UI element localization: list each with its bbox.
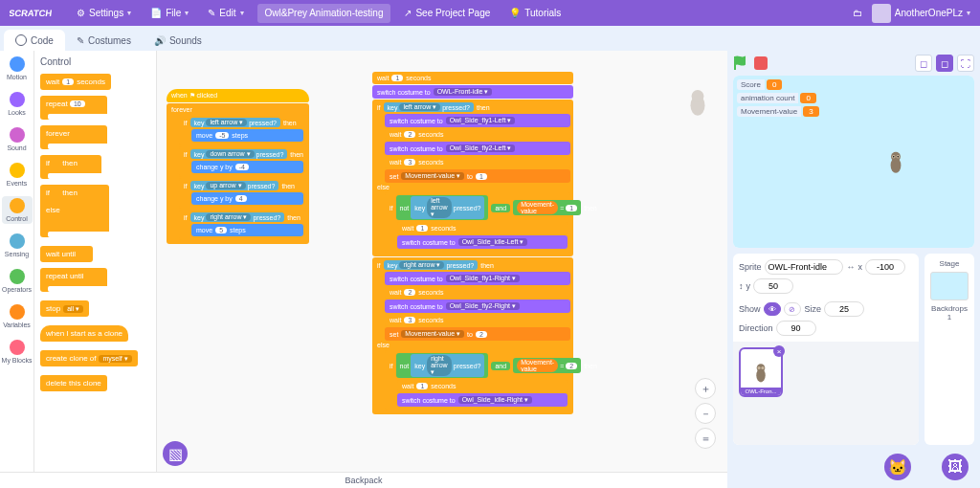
if-left-anim[interactable]: ifkeyleft arrow ▾pressed?then switch cos… [372,100,573,256]
block-create-clone[interactable]: create clone ofmyself ▾ [40,347,156,366]
backpack-bar[interactable]: Backpack [0,472,727,488]
if-down[interactable]: ifkeydown arrow ▾pressed?then change y b… [179,146,306,177]
edit-menu[interactable]: ✎Edit▾ [198,0,253,26]
stage-selector[interactable]: Stage Backdrops 1 [924,254,974,445]
cat-sound[interactable]: Sound [2,125,33,153]
forever-block[interactable]: forever ifkeyleft arrow ▾pressed?then mo… [167,103,309,244]
show-hidden-button[interactable]: ⊘ [784,302,801,316]
image-icon: 🖼 [947,458,963,476]
if-not-right[interactable]: if notkeyright arrow ▾pressed? and Movem… [385,350,570,410]
cat-operators[interactable]: Operators [2,267,33,295]
monitor-movement[interactable]: Movement-value3 [737,106,819,117]
key-pressed-left[interactable]: keyleft arrow ▾pressed? [190,118,280,127]
switch-front[interactable]: switch costume toOWL-Front-idle ▾ [372,85,573,99]
chevron-down-icon: ▾ [240,9,244,17]
code-workspace[interactable]: when ⚑ clicked forever ifkeyleft arrow ▾… [157,51,727,472]
settings-menu[interactable]: ⚙Settings▾ [67,0,141,26]
move-pos5[interactable]: move5steps [191,224,303,236]
project-title[interactable]: Owl&Prey Animation-testing [257,4,391,23]
avatar [872,4,891,23]
file-menu[interactable]: 📄File▾ [141,0,198,26]
add-backdrop-button[interactable]: 🖼 [942,454,969,480]
block-palette[interactable]: Control wait1seconds repeat 10 forever i… [34,51,157,472]
tab-code[interactable]: Code [4,30,65,51]
zoom-reset-button[interactable]: ＝ [695,428,716,449]
hat-flag-clicked[interactable]: when ⚑ clicked [167,89,309,102]
if-right-anim[interactable]: ifkeyright arrow ▾pressed?then switch co… [372,257,573,414]
block-repeat[interactable]: repeat 10 [40,96,156,120]
svg-point-11 [757,366,760,369]
cat-control[interactable]: Control [2,196,33,224]
sound-icon: 🔊 [154,35,166,46]
add-sprite-button[interactable]: 🐱 [884,454,911,480]
key-pressed-right[interactable]: keyright arrow ▾pressed? [190,212,285,222]
block-if[interactable]: if then [40,155,156,179]
green-flag-button[interactable] [733,55,748,71]
zoom-out-button[interactable]: － [695,403,716,424]
cat-variables[interactable]: Variables [2,302,33,330]
sprite-dir-input[interactable] [776,321,816,336]
menu-bar: SCRATCH ⚙Settings▾ 📄File▾ ✎Edit▾ Owl&Pre… [0,0,980,26]
cat-myblocks[interactable]: My Blocks [2,338,33,366]
tutorials-menu[interactable]: 💡Tutorials [500,0,570,26]
wait-1[interactable]: wait1seconds [372,72,573,84]
block-repeat-until[interactable]: repeat until [40,268,156,292]
monitor-score[interactable]: Score0 [737,79,782,90]
if-left[interactable]: ifkeyleft arrow ▾pressed?then move-5step… [179,115,306,145]
sprite-y-input[interactable] [753,278,793,294]
svg-point-8 [898,156,899,157]
delete-sprite-button[interactable]: × [773,345,785,357]
block-clone-hat[interactable]: when I start as a clone [40,322,156,342]
gear-icon: ⚙ [77,8,85,18]
mystuff-button[interactable]: 🗀 [853,8,862,18]
sprite-x-input[interactable] [865,259,905,275]
if-up[interactable]: ifkeyup arrow ▾pressed?then change y by4 [179,178,306,209]
stage-owl-sprite[interactable] [887,150,904,175]
backdrops-count: 1 [947,313,951,322]
pencil-icon: ✎ [208,8,215,18]
key-pressed-down[interactable]: keydown arrow ▾pressed? [190,149,288,159]
zoom-controls: ＋ － ＝ [695,378,716,449]
see-project-page[interactable]: ↗See Project Page [394,0,500,26]
stage-thumb[interactable] [930,272,969,300]
block-stop[interactable]: stopall ▾ [40,298,156,317]
block-if-else[interactable]: if thenelse [40,185,156,237]
tab-sounds[interactable]: 🔊Sounds [143,30,213,51]
code-icon [15,34,27,46]
sprite-name-input[interactable] [765,259,843,275]
monitor-animcount[interactable]: animation count0 [737,93,816,103]
changey-pos[interactable]: change y by4 [191,192,303,205]
stage-small-button[interactable]: ◻ [915,55,932,72]
stage-large-button[interactable]: ◻ [936,55,953,72]
key-pressed-up[interactable]: keyup arrow ▾pressed? [190,181,279,190]
stop-button[interactable] [754,56,768,70]
block-forever[interactable]: forever [40,125,156,149]
add-extension-button[interactable]: ▧ [163,441,188,466]
cat-looks[interactable]: Looks [2,90,33,118]
blocks-icon: ▧ [168,445,183,463]
move-neg5[interactable]: move-5steps [191,129,303,142]
chevron-down-icon: ▾ [127,9,131,17]
changey-neg[interactable]: change y by-4 [191,161,303,173]
stage-canvas[interactable]: Score0 animation count0 Movement-value3 [733,76,974,248]
zoom-in-button[interactable]: ＋ [695,378,716,399]
script-animation[interactable]: wait1seconds switch costume toOWL-Front-… [372,72,573,415]
block-delete-clone[interactable]: delete this clone [40,372,156,391]
cat-motion[interactable]: Motion [2,55,33,82]
cat-events[interactable]: Events [2,161,33,189]
scratch-logo[interactable]: SCRATCH [6,4,61,23]
sprite-size-input[interactable] [824,301,864,317]
block-wait[interactable]: wait1seconds [40,71,156,90]
chevron-down-icon: ▾ [967,9,970,17]
account-menu[interactable]: AnotherOnePLz▾ [872,4,970,23]
cat-sensing[interactable]: Sensing [2,232,33,259]
script-movement[interactable]: when ⚑ clicked forever ifkeyleft arrow ▾… [167,89,309,245]
if-not-left[interactable]: if notkeyleft arrow ▾pressed? and Moveme… [385,192,570,253]
if-right[interactable]: ifkeyright arrow ▾pressed?then move5step… [179,210,306,240]
stage-full-button[interactable]: ⛶ [957,55,974,72]
sprite-tile-owl[interactable]: × OWL-Fron... [739,347,783,397]
svg-point-7 [893,156,894,157]
block-wait-until[interactable]: wait until [40,243,156,262]
tab-costumes[interactable]: ✎Costumes [65,30,143,51]
show-visible-button[interactable]: 👁 [764,302,781,316]
